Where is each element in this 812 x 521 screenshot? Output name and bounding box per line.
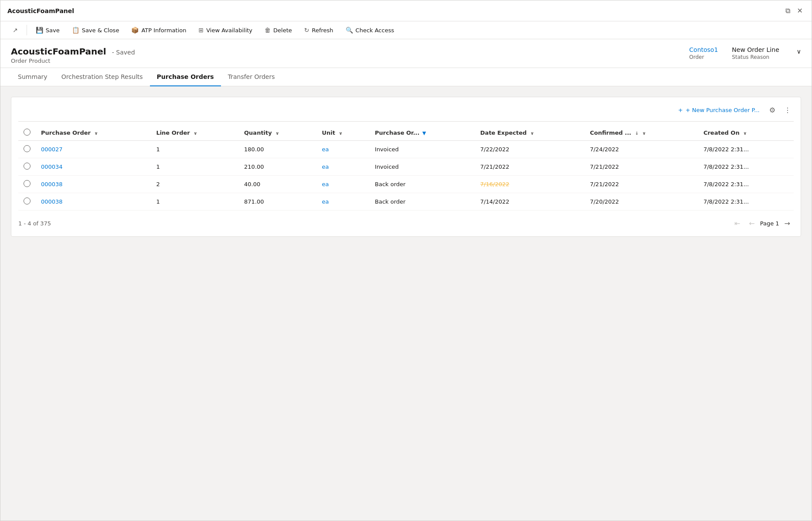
col-created-on[interactable]: Created On ∨	[698, 125, 794, 141]
row-checkbox-1[interactable]	[24, 163, 31, 170]
confirmed-sort-icon2: ∨	[642, 131, 646, 136]
select-all-checkbox[interactable]	[24, 129, 31, 136]
saved-indicator: - Saved	[112, 49, 135, 56]
close-button[interactable]: ✕	[795, 5, 805, 17]
save-icon: 💾	[36, 27, 43, 34]
cell-purchase-order-2: 000038	[36, 176, 151, 193]
more-options-button[interactable]: ⋮	[781, 104, 794, 116]
row-checkbox-cell[interactable]	[18, 141, 36, 158]
table-row: 000034 1 210.00 ea Invoiced 7/21/2022 7/…	[18, 158, 794, 176]
save-close-icon: 📋	[72, 27, 79, 34]
cell-unit-2: ea	[316, 176, 370, 193]
table-row: 000027 1 180.00 ea Invoiced 7/22/2022 7/…	[18, 141, 794, 158]
unit-link-0[interactable]: ea	[322, 146, 329, 153]
open-external-button[interactable]: ↗	[7, 24, 23, 36]
purchase-order-link-1[interactable]: 000034	[41, 163, 63, 170]
purchase-order-link-2[interactable]: 000038	[41, 181, 63, 187]
cell-unit-0: ea	[316, 141, 370, 158]
view-availability-icon: ⊞	[198, 27, 204, 34]
delete-label: Delete	[273, 27, 292, 34]
atp-information-button[interactable]: 📦 ATP Information	[126, 24, 191, 36]
table-row: 000038 1 871.00 ea Back order 7/14/2022 …	[18, 193, 794, 211]
refresh-button[interactable]: ↻ Refresh	[299, 24, 339, 36]
date-expected-value-2: 7/16/2022	[480, 181, 510, 187]
date-expected-sort-icon: ∨	[530, 131, 534, 136]
delete-icon: 🗑	[265, 27, 271, 34]
pagination-controls: ⇤ ← Page 1 →	[731, 218, 794, 229]
col-quantity[interactable]: Quantity ∨	[239, 125, 316, 141]
row-checkbox-cell[interactable]	[18, 176, 36, 193]
order-link[interactable]: Contoso1	[689, 46, 718, 53]
cell-purchase-order-0: 000027	[36, 141, 151, 158]
cell-status-2: Back order	[370, 176, 475, 193]
date-expected-value-3: 7/14/2022	[480, 198, 510, 205]
delete-button[interactable]: 🗑 Delete	[259, 24, 297, 36]
save-close-button[interactable]: 📋 Save & Close	[67, 24, 125, 36]
cell-date-expected-1: 7/21/2022	[475, 158, 585, 176]
unit-sort-icon: ∨	[339, 131, 342, 136]
view-availability-button[interactable]: ⊞ View Availability	[193, 24, 258, 36]
unit-link-2[interactable]: ea	[322, 181, 329, 187]
save-close-label: Save & Close	[82, 27, 119, 34]
tab-orchestration[interactable]: Orchestration Step Results	[54, 68, 150, 86]
cell-quantity-1: 210.00	[239, 158, 316, 176]
col-confirmed[interactable]: Confirmed ... ↓ ∨	[584, 125, 698, 141]
cell-date-expected-3: 7/14/2022	[475, 193, 585, 211]
header-fields: Contoso1 Order New Order Line Status Rea…	[689, 46, 801, 60]
main-content: + + New Purchase Order P... ⚙ ⋮ Purchase…	[0, 86, 812, 521]
first-page-button[interactable]: ⇤	[731, 218, 744, 229]
maximize-button[interactable]: ⧉	[784, 5, 792, 17]
status-reason-value: New Order Line	[732, 46, 779, 53]
tab-summary[interactable]: Summary	[11, 68, 54, 86]
row-checkbox-cell[interactable]	[18, 158, 36, 176]
purchase-order-sort-icon: ∨	[95, 131, 98, 136]
col-purchase-order[interactable]: Purchase Order ∨	[36, 125, 151, 141]
select-all-header[interactable]	[18, 125, 36, 141]
row-checkbox-2[interactable]	[24, 180, 31, 187]
row-checkbox-cell[interactable]	[18, 193, 36, 211]
cell-line-order-3: 1	[151, 193, 239, 211]
col-purchase-order-status[interactable]: Purchase Or... ▼	[370, 125, 475, 141]
col-line-order[interactable]: Line Order ∨	[151, 125, 239, 141]
check-access-button[interactable]: 🔍 Check Access	[340, 24, 400, 36]
cell-purchase-order-3: 000038	[36, 193, 151, 211]
purchase-orders-table: Purchase Order ∨ Line Order ∨ Quantity ∨…	[18, 125, 794, 211]
cell-unit-1: ea	[316, 158, 370, 176]
record-title: AcousticFoamPanel	[11, 46, 106, 57]
next-page-button[interactable]: →	[781, 218, 794, 229]
header-chevron-icon[interactable]: ∨	[797, 48, 801, 55]
row-checkbox-0[interactable]	[24, 145, 31, 152]
cell-created-on-3: 7/8/2022 2:31...	[698, 193, 794, 211]
unit-link-3[interactable]: ea	[322, 198, 329, 205]
refresh-icon: ↻	[304, 27, 309, 34]
purchase-order-link-3[interactable]: 000038	[41, 198, 63, 205]
atp-label: ATP Information	[141, 27, 186, 34]
purchase-order-link-0[interactable]: 000027	[41, 146, 63, 153]
tab-transfer-orders[interactable]: Transfer Orders	[221, 68, 282, 86]
quantity-sort-icon: ∨	[275, 131, 279, 136]
row-checkbox-3[interactable]	[24, 198, 31, 204]
window-controls: ⧉ ✕	[784, 5, 805, 17]
date-expected-value-1: 7/21/2022	[480, 163, 510, 170]
col-date-expected[interactable]: Date Expected ∨	[475, 125, 585, 141]
save-label: Save	[46, 27, 60, 34]
unit-link-1[interactable]: ea	[322, 163, 329, 170]
settings-button[interactable]: ⚙	[767, 104, 778, 116]
plus-icon: +	[678, 107, 683, 113]
refresh-label: Refresh	[312, 27, 333, 34]
save-button[interactable]: 💾 Save	[31, 24, 65, 36]
cell-created-on-2: 7/8/2022 2:31...	[698, 176, 794, 193]
cell-purchase-order-1: 000034	[36, 158, 151, 176]
status-reason-label: Status Reason	[732, 54, 769, 60]
toolbar-separator	[27, 25, 27, 35]
cell-confirmed-1: 7/21/2022	[584, 158, 698, 176]
prev-page-button[interactable]: ←	[745, 218, 758, 229]
tab-purchase-orders[interactable]: Purchase Orders	[150, 68, 221, 86]
cell-date-expected-2: 7/16/2022	[475, 176, 585, 193]
col-unit[interactable]: Unit ∨	[316, 125, 370, 141]
cell-date-expected-0: 7/22/2022	[475, 141, 585, 158]
purchase-order-status-filter-icon: ▼	[422, 130, 426, 136]
new-purchase-order-button[interactable]: + + New Purchase Order P...	[675, 105, 763, 115]
header-section: AcousticFoamPanel - Saved Order Product …	[0, 39, 812, 68]
purchase-orders-panel: + + New Purchase Order P... ⚙ ⋮ Purchase…	[11, 97, 801, 237]
